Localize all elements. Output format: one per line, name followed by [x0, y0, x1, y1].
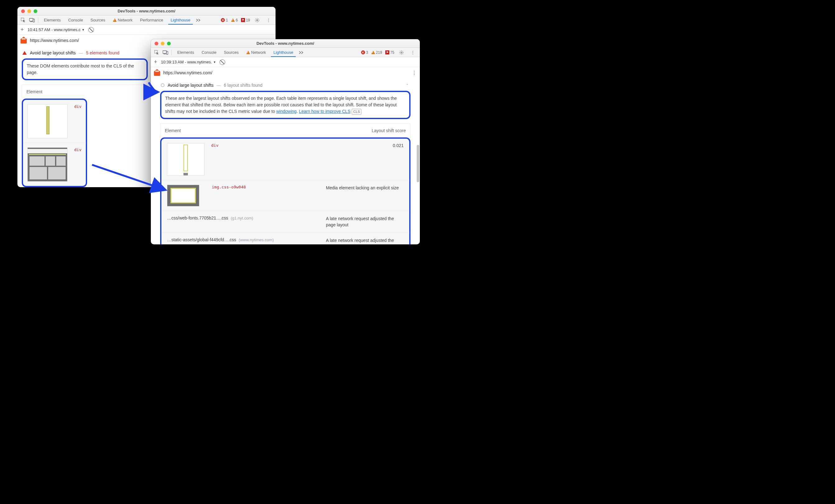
report-dropdown[interactable]: 10:39:13 AM - www.nytimes. ▼: [161, 60, 216, 64]
tab-performance[interactable]: Performance: [136, 16, 167, 25]
svg-rect-7: [164, 54, 166, 54]
tab-lighthouse[interactable]: Lighthouse: [270, 48, 297, 57]
file-name: …css/web-fonts.7705b21….css: [167, 215, 228, 220]
table-row[interactable]: …static-assets/global-f449cfd….css (www.…: [161, 233, 409, 245]
tab-strip: Elements Console Sources Network Lightho…: [174, 48, 306, 57]
svg-rect-1: [29, 18, 33, 21]
tab-sources[interactable]: Sources: [220, 48, 243, 57]
audit-summary: 6 layout shifts found: [224, 83, 263, 88]
page-url: https://www.nytimes.com/: [30, 38, 79, 43]
element-thumbnail: [27, 104, 67, 138]
kebab-icon[interactable]: ⋮: [264, 16, 272, 24]
file-name: …static-assets/global-f449cfd….css: [167, 237, 236, 242]
table-row[interactable]: div 0.021: [161, 139, 409, 180]
count-label: 75: [390, 50, 394, 55]
resource: …css/web-fonts.7705b21….css (g1.nyt.com): [167, 215, 253, 220]
count-label: 219: [376, 50, 382, 55]
audit-header[interactable]: Avoid large layout shifts — 6 layout shi…: [160, 80, 410, 91]
gear-icon[interactable]: [398, 48, 406, 57]
table-body: div div: [22, 99, 87, 187]
tab-lighthouse[interactable]: Lighthouse: [167, 16, 195, 25]
svg-rect-6: [163, 51, 167, 54]
svg-point-4: [257, 19, 258, 21]
count-label: 3: [366, 50, 368, 55]
error-count[interactable]: ✕3: [361, 50, 368, 55]
learn-link[interactable]: Learn how to improve CLS: [299, 109, 350, 114]
separator: —: [79, 51, 83, 55]
element-thumbnail: [167, 143, 204, 176]
element-selector: div: [74, 104, 81, 109]
chevron-down-icon: ▼: [213, 61, 216, 64]
warning-count[interactable]: 219: [371, 50, 382, 55]
svg-rect-2: [30, 21, 32, 22]
tabs-overflow-icon[interactable]: [194, 16, 203, 25]
tab-elements[interactable]: Elements: [40, 16, 64, 25]
lighthouse-subbar: + 10:39:13 AM - www.nytimes. ▼: [151, 57, 420, 67]
audit-title: Avoid large layout shifts: [168, 83, 213, 88]
col-score: Layout shift score: [372, 128, 406, 133]
description-callout: These DOM elements contribute most to th…: [22, 59, 148, 80]
fail-icon: [22, 51, 27, 55]
count-label: 6: [236, 18, 238, 22]
device-toggle-icon[interactable]: [28, 16, 36, 24]
new-report-button[interactable]: +: [21, 26, 24, 33]
warning-icon: [246, 51, 250, 54]
tab-sources[interactable]: Sources: [87, 16, 109, 25]
tabs-overflow-icon[interactable]: [297, 48, 306, 57]
report-dropdown[interactable]: 10:41:57 AM - www.nytimes.c ▼: [28, 27, 85, 32]
element-selector: img.css-o9w048: [212, 185, 246, 189]
tab-console[interactable]: Console: [198, 48, 220, 57]
report-menu-icon[interactable]: ⋮: [412, 70, 417, 76]
dropdown-label: 10:41:57 AM - www.nytimes.c: [28, 27, 81, 32]
cause-text: A late network request adjusted the page…: [326, 215, 404, 228]
page-url: https://www.nytimes.com/: [163, 70, 212, 75]
table-row[interactable]: …css/web-fonts.7705b21….css (g1.nyt.com)…: [161, 211, 409, 233]
resource: …static-assets/global-f449cfd….css (www.…: [167, 237, 274, 242]
titlebar: DevTools - www.nytimes.com/: [17, 7, 276, 16]
lighthouse-subbar: + 10:41:57 AM - www.nytimes.c ▼: [17, 25, 276, 35]
chevron-down-icon: ▼: [82, 28, 85, 31]
kebab-icon[interactable]: ⋮: [409, 48, 417, 57]
svg-point-9: [401, 51, 402, 53]
table-row[interactable]: div: [23, 143, 86, 186]
url-row: https://www.nytimes.com/ ⋮: [151, 67, 420, 78]
issue-count[interactable]: ⚑19: [241, 18, 250, 22]
windowing-link[interactable]: windowing: [276, 109, 297, 114]
element-selector: div: [74, 147, 81, 152]
clear-icon[interactable]: [220, 59, 225, 65]
separator: —: [217, 83, 221, 88]
device-toggle-icon[interactable]: [161, 48, 169, 57]
tab-network[interactable]: Network: [243, 48, 270, 57]
warning-count[interactable]: 6: [231, 18, 238, 22]
element-selector: div: [211, 143, 218, 148]
chevron-up-icon[interactable]: ⌃: [406, 83, 409, 87]
cause-text: A late network request adjusted the page…: [326, 237, 404, 245]
audit-summary: 5 elements found: [86, 50, 119, 55]
scrollbar[interactable]: [417, 145, 419, 182]
tab-console[interactable]: Console: [64, 16, 87, 25]
issue-count[interactable]: ⚑75: [385, 50, 394, 55]
element-thumbnail: [167, 185, 199, 207]
new-report-button[interactable]: +: [154, 59, 157, 65]
status-icon: [161, 83, 164, 87]
gear-icon[interactable]: [253, 16, 261, 24]
inspect-icon[interactable]: [153, 48, 161, 57]
description-text: These DOM elements contribute most to th…: [27, 63, 134, 75]
inspect-icon[interactable]: [19, 16, 27, 24]
window-title: DevTools - www.nytimes.com/: [151, 41, 420, 46]
tab-network[interactable]: Network: [109, 16, 137, 25]
tab-elements[interactable]: Elements: [174, 48, 198, 57]
clear-icon[interactable]: [88, 27, 94, 33]
error-count[interactable]: ✕1: [221, 18, 228, 22]
table-header: Element Layout shift score: [160, 123, 410, 138]
col-element: Element: [26, 89, 42, 94]
tab-strip: Elements Console Sources Network Perform…: [40, 16, 203, 25]
table-row[interactable]: img.css-o9w048 Media element lacking an …: [161, 180, 409, 211]
audit-title: Avoid large layout shifts: [30, 50, 76, 55]
description-callout: These are the largest layout shifts obse…: [160, 91, 410, 119]
cls-badge: CLS: [352, 109, 361, 115]
table-row[interactable]: div: [23, 100, 86, 143]
tab-label: Network: [118, 18, 133, 22]
file-host: (g1.nyt.com): [231, 216, 253, 220]
table-body: div 0.021 img.css-o9w048 Media element l…: [160, 138, 410, 245]
